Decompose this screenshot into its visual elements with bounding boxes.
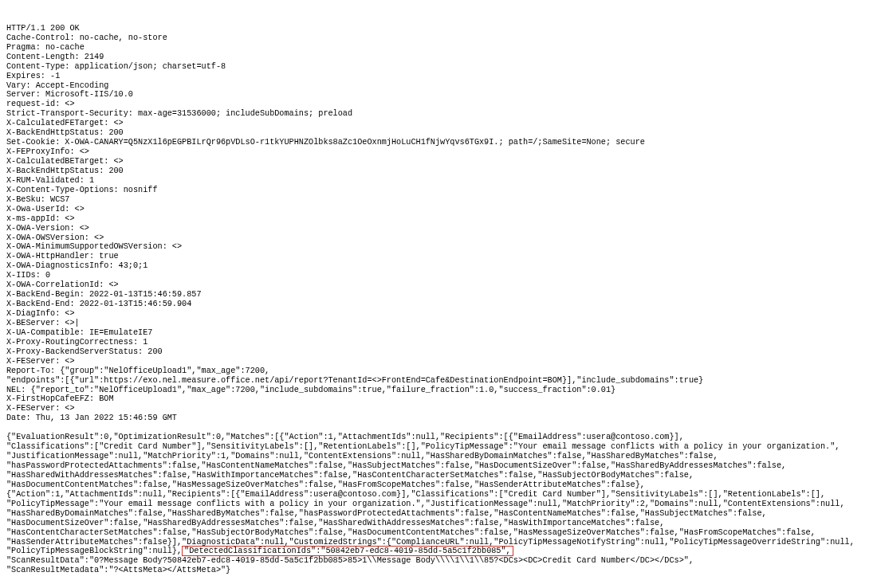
header-x-owa-diagnostics: X-OWA-DiagnosticsInfo: 43;0;1 [6,261,147,270]
body-line-2: "Classifications":["Credit Card Number"]… [6,442,840,451]
header-content-type: Content-Type: application/json; charset=… [6,62,226,71]
body-line-11: "HasContentCharacterSetMatches":false,"H… [6,528,816,537]
header-strict-transport: Strict-Transport-Security: max-age=31536… [6,109,352,118]
body-line-4: "hasPasswordProtectedAttachments":false,… [6,461,786,470]
body-line-7: {"Action":1,"AttachmentIds":null,"Recipi… [6,490,825,499]
header-set-cookie: Set-Cookie: X-OWA-CANARY=Q5NzX1l6pEGPBIL… [6,138,645,147]
header-x-diaginfo: X-DiagInfo: <> [6,309,75,318]
header-x-calculated-be-target: X-CalculatedBETarget: <> [6,157,124,166]
body-line-8: "PolicyTipMessage":"Your email message c… [6,500,845,508]
http-status-line: HTTP/1.1 200 OK [6,24,80,33]
header-x-backend-end: X-BackEnd-End: 2022-01-13T15:46:59.904 [6,300,191,308]
header-x-besku: X-BeSku: WCS7 [6,195,69,204]
body-line-6: "HasDocumentContentMatches":false,"HasMe… [6,480,645,489]
header-x-owa-minowsversion: X-OWA-MinimumSupportedOWSVersion: <> [6,242,182,251]
header-x-feserver-1: X-FEServer: <> [6,357,75,366]
header-x-owa-owsversion: X-OWA-OWSVersion: <> [6,233,104,242]
body-line-13: "ScanResultData":"0?Message Body?50842eb… [6,556,694,574]
header-date: Date: Thu, 13 Jan 2022 15:46:59 GMT [6,414,177,422]
body-line-5: "HasSharedWithAddressesMatches":false,"H… [6,471,694,480]
http-response-raw: HTTP/1.1 200 OK Cache-Control: no-cache,… [0,19,877,580]
header-report-to-line2: "endpoints":[{"url":https://exo.nel.meas… [6,376,703,385]
header-nel: NEL: {"report_to":"NelOfficeUpload1","ma… [6,386,615,394]
body-line-10: "HasDocumentSizeOver":false,"HasSharedBy… [6,519,664,527]
header-x-iids: X-IIDs: 0 [6,271,50,280]
header-pragma: Pragma: no-cache [6,43,85,52]
header-x-firsthopcafe: X-FirstHopCafeEFZ: BOM [6,394,114,403]
header-x-ua-compatible: X-UA-Compatible: IE=EmulateIE7 [6,328,152,337]
header-x-beserver: X-BEServer: <>| [6,319,80,327]
header-cache-control: Cache-Control: no-cache, no-store [6,33,167,42]
header-x-owa-correlationid: X-OWA-CorrelationId: <> [6,280,119,289]
header-x-owa-httphandler: X-OWA-HttpHandler: true [6,252,119,261]
header-x-backend-http-status-2: X-BackEndHttpStatus: 200 [6,167,124,175]
header-x-owa-version: X-OWA-Version: <> [6,224,89,233]
header-content-length: Content-Length: 2149 [6,53,104,61]
header-x-content-type-options: X-Content-Type-Options: nosniff [6,186,158,194]
body-line-3: "JustificationMessage":null,"MatchPriori… [6,452,718,461]
header-x-proxy-backend-status: X-Proxy-BackendServerStatus: 200 [6,347,163,356]
header-request-id: request-id: <> [6,100,75,108]
header-x-ms-appid: x-ms-appId: <> [6,214,75,223]
header-x-calculated-fe-target: X-CalculatedFETarget: <> [6,119,124,127]
header-expires: Expires: -1 [6,72,60,80]
header-x-owa-userid: X-Owa-UserId: <> [6,205,85,214]
header-x-rum-validated: X-RUM-Validated: 1 [6,176,94,185]
body-line-1: {"EvaluationResult":0,"OptimizationResul… [6,433,684,441]
header-x-feserver-2: X-FEServer: <> [6,404,75,413]
detected-classification-ids-highlight: "DetectedClassificationIds":"50842eb7-ed… [182,546,513,556]
header-x-proxy-routing: X-Proxy-RoutingCorrectness: 1 [6,338,147,347]
header-x-fe-proxy-info: X-FEProxyInfo: <> [6,147,89,156]
header-vary: Vary: Accept-Encoding [6,81,108,90]
header-x-backend-http-status-1: X-BackEndHttpStatus: 200 [6,128,124,137]
header-server: Server: Microsoft-IIS/10.0 [6,90,133,99]
body-line-9: "HasSharedByDomainMatches":false,"HasSha… [6,509,767,518]
header-report-to-line1: Report-To: {"group":"NelOfficeUpload1","… [6,367,269,375]
header-x-backend-begin: X-BackEnd-Begin: 2022-01-13T15:46:59.857 [6,290,202,299]
